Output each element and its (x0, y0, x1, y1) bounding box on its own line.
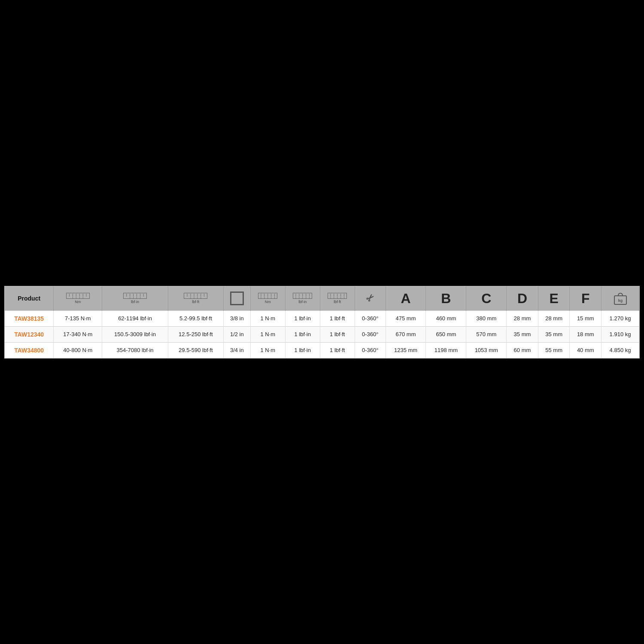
cell-res-nm: 1 N·m (250, 310, 285, 326)
cell-product: TAW38135 (5, 310, 54, 326)
cell-torque-lbfin: 62-1194 lbf·in (102, 310, 168, 326)
cell-weight: 1.910 kg (601, 326, 639, 342)
cell-f: 15 mm (570, 310, 601, 326)
cell-e: 55 mm (538, 342, 570, 358)
cell-torque-lbfft: 12.5-250 lbf·ft (168, 326, 223, 342)
table-header-row: Product Nm lbf·in (5, 286, 639, 311)
cell-weight: 1.270 kg (601, 310, 639, 326)
col-c-label: C (481, 291, 491, 306)
col-header-res-lbfft: lbf·ft (320, 286, 355, 311)
cell-res-nm: 1 N·m (250, 342, 285, 358)
col-b-label: B (441, 291, 451, 306)
col-header-d: D (507, 286, 538, 311)
cell-d: 60 mm (507, 342, 538, 358)
cell-c: 570 mm (466, 326, 507, 342)
res-ruler-nm-icon (258, 293, 277, 299)
cell-d: 35 mm (507, 326, 538, 342)
drive-icon (226, 292, 248, 305)
cell-rotation: 0-360° (355, 342, 386, 358)
res-ruler-lbfft-icon (328, 293, 347, 299)
col-header-b: B (426, 286, 466, 311)
cell-a: 1235 mm (386, 342, 426, 358)
cell-res-lbfin: 1 lbf·in (285, 326, 320, 342)
cell-rotation: 0-360° (355, 310, 386, 326)
cell-d: 28 mm (507, 310, 538, 326)
cell-rotation: 0-360° (355, 326, 386, 342)
cell-res-lbfft: 1 lbf·ft (320, 310, 355, 326)
col-header-c: C (466, 286, 507, 311)
cell-f: 40 mm (570, 342, 601, 358)
res-ruler-lbfin-icon (293, 293, 312, 299)
cell-a: 475 mm (386, 310, 426, 326)
res-lbfft-icon: lbf·ft (323, 293, 352, 304)
cell-res-lbfin: 1 lbf·in (285, 342, 320, 358)
col-header-res-nm: Nm (250, 286, 285, 311)
cell-torque-nm: 7-135 N·m (54, 310, 102, 326)
col-header-torque-lbfin: lbf·in (102, 286, 168, 311)
cell-torque-nm: 40-800 N·m (54, 342, 102, 358)
col-header-a: A (386, 286, 426, 311)
cell-torque-nm: 17-340 N·m (54, 326, 102, 342)
square-drive-icon (230, 292, 244, 305)
table-body: TAW381357-135 N·m62-1194 lbf·in5.2-99.5 … (5, 310, 639, 358)
col-header-f: F (570, 286, 601, 311)
cell-drive: 3/4 in (223, 342, 250, 358)
col-a-label: A (401, 291, 410, 306)
col-header-rotation: ✂ (355, 286, 386, 311)
col-header-torque-lbfft: lbf·ft (168, 286, 223, 311)
rotation-icon: ✂ (358, 293, 383, 304)
cell-e: 28 mm (538, 310, 570, 326)
torque-nm-icon: Nm (56, 293, 99, 304)
col-header-drive (223, 286, 250, 311)
cell-a: 670 mm (386, 326, 426, 342)
product-table: Product Nm lbf·in (5, 286, 639, 358)
col-header-weight: kg (601, 286, 639, 311)
table-row: TAW381357-135 N·m62-1194 lbf·in5.2-99.5 … (5, 310, 639, 326)
cell-c: 380 mm (466, 310, 507, 326)
scissors-angle-icon: ✂ (364, 292, 377, 305)
svg-text:kg: kg (618, 298, 623, 303)
col-header-torque-nm: Nm (54, 286, 102, 311)
cell-torque-lbfft: 5.2-99.5 lbf·ft (168, 310, 223, 326)
cell-res-lbfin: 1 lbf·in (285, 310, 320, 326)
cell-res-lbfft: 1 lbf·ft (320, 326, 355, 342)
res-nm-icon: Nm (253, 293, 283, 304)
weight-icon: kg (604, 291, 636, 306)
col-d-label: D (517, 291, 527, 306)
cell-weight: 4.850 kg (601, 342, 639, 358)
weight-svg-icon: kg (613, 291, 628, 306)
cell-torque-lbfin: 354-7080 lbf·in (102, 342, 168, 358)
table-row: TAW1234017-340 N·m150.5-3009 lbf·in12.5-… (5, 326, 639, 342)
torque-lbfin-icon: lbf·in (105, 293, 165, 304)
col-header-res-lbfin: lbf·in (285, 286, 320, 311)
ruler-lbfin-icon (123, 293, 147, 299)
table-row: TAW3480040-800 N·m354-7080 lbf·in29.5-59… (5, 342, 639, 358)
cell-c: 1053 mm (466, 342, 507, 358)
res-lbfin-icon: lbf·in (288, 293, 317, 304)
cell-drive: 1/2 in (223, 326, 250, 342)
cell-b: 650 mm (426, 326, 466, 342)
torque-lbfft-icon: lbf·ft (171, 293, 221, 304)
col-f-label: F (581, 291, 590, 306)
cell-product: TAW12340 (5, 326, 54, 342)
cell-res-nm: 1 N·m (250, 326, 285, 342)
col-header-product: Product (5, 286, 54, 311)
cell-torque-lbfft: 29.5-590 lbf·ft (168, 342, 223, 358)
cell-product: TAW34800 (5, 342, 54, 358)
cell-e: 35 mm (538, 326, 570, 342)
col-e-label: E (549, 291, 558, 306)
ruler-lbfft-icon (184, 293, 207, 299)
cell-b: 460 mm (426, 310, 466, 326)
cell-f: 18 mm (570, 326, 601, 342)
cell-b: 1198 mm (426, 342, 466, 358)
cell-res-lbfft: 1 lbf·ft (320, 342, 355, 358)
cell-drive: 3/8 in (223, 310, 250, 326)
col-product-label: Product (18, 295, 40, 302)
col-header-e: E (538, 286, 570, 311)
product-table-wrapper: Product Nm lbf·in (4, 286, 640, 358)
ruler-nm-icon (66, 293, 90, 299)
cell-torque-lbfin: 150.5-3009 lbf·in (102, 326, 168, 342)
